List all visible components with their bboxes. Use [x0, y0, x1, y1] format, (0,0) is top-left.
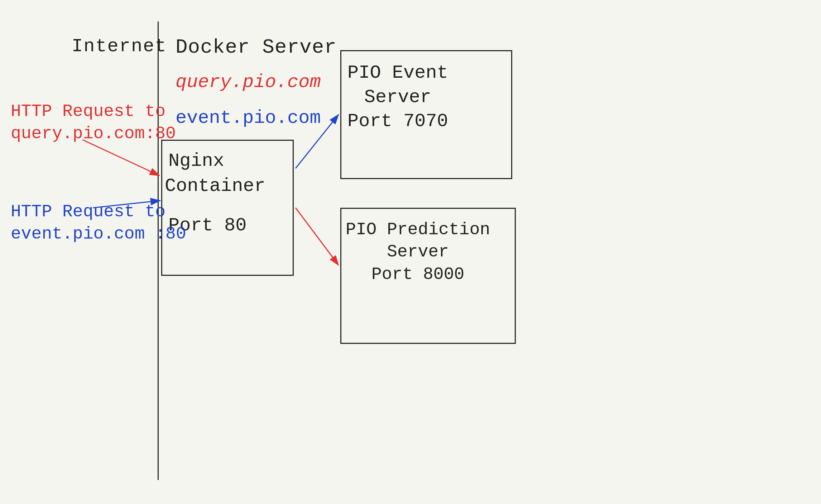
- internet-label: Internet: [72, 36, 167, 57]
- http-request-event: HTTP Request to event.pio.com :80: [11, 201, 186, 245]
- query-domain-label: query.pio.com: [176, 72, 321, 93]
- divider-line: [158, 21, 159, 480]
- svg-line-7: [296, 208, 339, 265]
- diagram: Internet Docker Server query.pio.com eve…: [0, 0, 821, 504]
- pio-prediction-label: PIO Prediction Server Port 8000: [346, 219, 490, 285]
- pio-event-label: PIO Event Server Port 7070: [347, 61, 448, 134]
- http-request-query: HTTP Request to query.pio.com:80: [11, 100, 176, 145]
- svg-line-4: [82, 140, 159, 176]
- nginx-label: Nginx: [168, 150, 224, 172]
- event-domain-label: event.pio.com: [176, 107, 321, 129]
- container-label: Container: [165, 176, 265, 197]
- docker-server-label: Docker Server: [176, 36, 337, 59]
